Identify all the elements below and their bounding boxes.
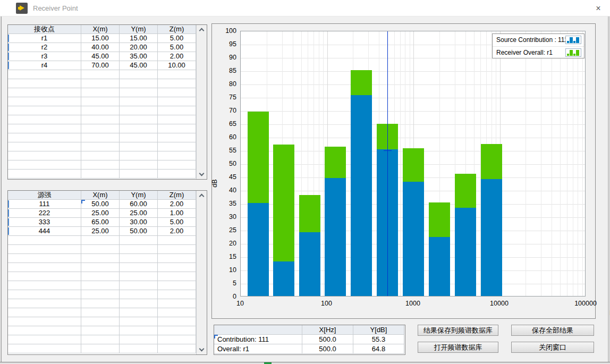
- table-cell[interactable]: [81, 170, 120, 179]
- table-cell[interactable]: [81, 272, 120, 281]
- table-cell[interactable]: [8, 88, 81, 97]
- table-cell[interactable]: [120, 290, 158, 299]
- table-cell[interactable]: [120, 254, 158, 263]
- table-cell[interactable]: 25.00: [120, 209, 158, 218]
- table-cell[interactable]: 45.00: [120, 61, 158, 70]
- table-cell[interactable]: 2.00: [158, 200, 196, 209]
- table-cell[interactable]: 5.00: [158, 43, 196, 52]
- table-cell[interactable]: [120, 299, 158, 308]
- open-spectrum-db-button[interactable]: 打开频谱数据库: [418, 342, 498, 353]
- table-cell[interactable]: [81, 335, 120, 344]
- table-cell[interactable]: [81, 281, 120, 290]
- table-cell[interactable]: [8, 317, 81, 326]
- table-cell[interactable]: [81, 133, 120, 142]
- table-cell[interactable]: [81, 236, 120, 245]
- table-cell[interactable]: [120, 317, 158, 326]
- table-cell[interactable]: [8, 79, 81, 88]
- table-cell[interactable]: [8, 160, 81, 170]
- table-cell[interactable]: [158, 245, 196, 254]
- table-cell[interactable]: [81, 245, 120, 254]
- table-cell[interactable]: r1: [8, 34, 81, 43]
- table-cell[interactable]: [8, 299, 81, 308]
- scroll-up-button[interactable]: [197, 25, 207, 34]
- table-cell[interactable]: [81, 317, 120, 326]
- table-cell[interactable]: [81, 326, 120, 335]
- table-cell[interactable]: [8, 170, 81, 179]
- scroll-down-button[interactable]: [197, 345, 207, 354]
- table-cell[interactable]: [8, 124, 81, 133]
- table-cell[interactable]: [158, 160, 196, 170]
- table-cell[interactable]: [8, 326, 81, 335]
- table-cell[interactable]: [81, 88, 120, 97]
- legend-item[interactable]: Source Contribution : 111: [493, 34, 584, 46]
- table-cell[interactable]: [158, 151, 196, 160]
- table-cell[interactable]: [158, 254, 196, 263]
- table-cell[interactable]: [8, 245, 81, 254]
- table-cell[interactable]: [8, 236, 81, 245]
- table-cell[interactable]: [158, 79, 196, 88]
- table-cell[interactable]: [158, 299, 196, 308]
- table-cell[interactable]: [81, 160, 120, 170]
- table-cell[interactable]: 15.00: [81, 34, 120, 43]
- table-cell[interactable]: [8, 335, 81, 344]
- table-cell[interactable]: [8, 97, 81, 106]
- table-cell[interactable]: [8, 281, 81, 290]
- table-cell[interactable]: [8, 308, 81, 317]
- table-cell[interactable]: 500.0: [302, 335, 353, 344]
- table-cell[interactable]: 35.00: [120, 52, 158, 61]
- table-cell[interactable]: [158, 124, 196, 133]
- title-bar[interactable]: Receiver Point ×: [0, 0, 610, 16]
- table-cell[interactable]: [120, 236, 158, 245]
- table-cell[interactable]: 45.00: [81, 52, 120, 61]
- legend-item[interactable]: Receiver Overall: r1: [493, 46, 584, 58]
- table-cell[interactable]: 50.00: [81, 200, 120, 209]
- table-cell[interactable]: [81, 79, 120, 88]
- table-cell[interactable]: [158, 326, 196, 335]
- table-cell[interactable]: [120, 344, 158, 353]
- table-cell[interactable]: 444: [8, 227, 81, 236]
- table-cell[interactable]: [120, 97, 158, 106]
- table-cell[interactable]: [120, 335, 158, 344]
- table-cell[interactable]: [120, 160, 158, 170]
- table-cell[interactable]: 10.00: [158, 61, 196, 70]
- table-cell[interactable]: Contribution: 111: [214, 335, 302, 344]
- table-cell[interactable]: [158, 106, 196, 115]
- plot-legend[interactable]: Source Contribution : 111Receiver Overal…: [492, 33, 584, 58]
- vertical-scrollbar[interactable]: [196, 191, 207, 354]
- table-cell[interactable]: [8, 272, 81, 281]
- scroll-up-button[interactable]: [197, 191, 207, 200]
- table-cell[interactable]: [158, 70, 196, 79]
- table-cell[interactable]: 20.00: [120, 43, 158, 52]
- table-cell[interactable]: [120, 308, 158, 317]
- table-cell[interactable]: [120, 170, 158, 179]
- table-cell[interactable]: [120, 326, 158, 335]
- table-cell[interactable]: [81, 142, 120, 151]
- table-cell[interactable]: [8, 151, 81, 160]
- table-cell[interactable]: Overall: r1: [214, 344, 302, 354]
- table-cell[interactable]: [158, 133, 196, 142]
- table-cell[interactable]: [158, 142, 196, 151]
- scroll-down-button[interactable]: [197, 170, 207, 179]
- table-cell[interactable]: 30.00: [120, 218, 158, 227]
- table-cell[interactable]: [120, 151, 158, 160]
- table-cell[interactable]: [120, 272, 158, 281]
- table-cell[interactable]: 2.00: [158, 227, 196, 236]
- table-cell[interactable]: 65.00: [81, 218, 120, 227]
- table-cell[interactable]: [158, 317, 196, 326]
- table-cell[interactable]: [120, 124, 158, 133]
- table-cell[interactable]: 55.3: [353, 335, 404, 344]
- table-cell[interactable]: [120, 106, 158, 115]
- table-cell[interactable]: [81, 299, 120, 308]
- table-cell[interactable]: [158, 170, 196, 179]
- table-cell[interactable]: [120, 115, 158, 124]
- table-cell[interactable]: [8, 344, 81, 353]
- table-cell[interactable]: 2.00: [158, 52, 196, 61]
- plot-area[interactable]: [240, 31, 586, 297]
- table-cell[interactable]: [158, 290, 196, 299]
- save-results-to-spectrum-db-button[interactable]: 结果保存到频谱数据库: [418, 325, 498, 336]
- table-cell[interactable]: [81, 308, 120, 317]
- close-window-button[interactable]: 关闭窗口: [511, 342, 594, 353]
- table-cell[interactable]: [81, 151, 120, 160]
- table-cell[interactable]: [8, 115, 81, 124]
- table-cell[interactable]: [81, 70, 120, 79]
